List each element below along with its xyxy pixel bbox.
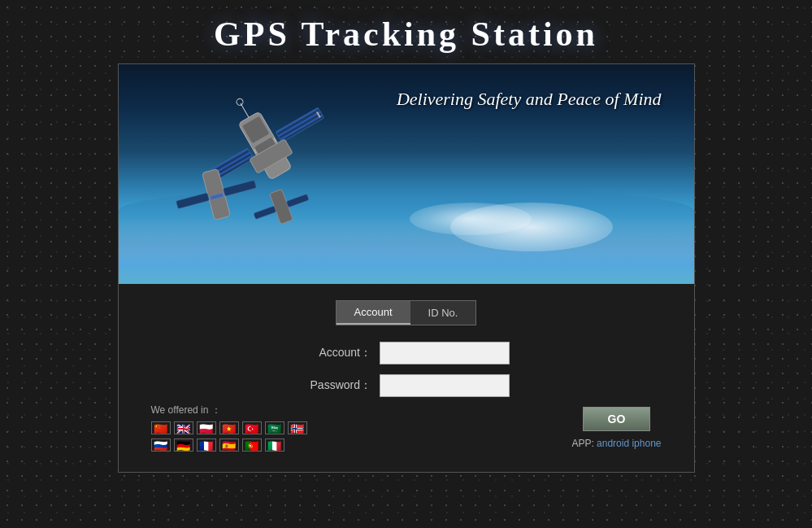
hero-image: Delivering Safety and Peace of Mind bbox=[119, 64, 694, 284]
account-row: Account： bbox=[302, 342, 510, 364]
cloud2 bbox=[410, 203, 532, 235]
password-input[interactable] bbox=[380, 374, 510, 397]
iphone-link[interactable]: iphone bbox=[632, 438, 661, 449]
flag-vn[interactable]: 🇻🇳 bbox=[219, 421, 239, 434]
language-section: We offered in ： 🇨🇳 🇬🇧 🇵🇱 🇻🇳 🇹🇷 🇸🇦 🇳🇴 🇷🇺 … bbox=[151, 404, 307, 452]
satellite-image bbox=[119, 64, 403, 284]
svg-rect-19 bbox=[176, 193, 209, 209]
svg-line-15 bbox=[241, 103, 249, 117]
tab-account[interactable]: Account bbox=[337, 301, 410, 325]
svg-rect-11 bbox=[277, 111, 320, 137]
flags-row-2: 🇷🇺 🇩🇪 🇫🇷 🇪🇸 🇵🇹 🇮🇹 bbox=[151, 439, 307, 452]
app-prefix: APP: bbox=[571, 438, 593, 449]
login-section: Account ID No. Account： Password： We off… bbox=[119, 284, 694, 472]
flag-gb[interactable]: 🇬🇧 bbox=[174, 421, 193, 434]
account-input[interactable] bbox=[380, 342, 510, 364]
tagline: Delivering Safety and Peace of Mind bbox=[397, 89, 662, 110]
svg-rect-20 bbox=[223, 180, 256, 196]
flags-row-1: 🇨🇳 🇬🇧 🇵🇱 🇻🇳 🇹🇷 🇸🇦 🇳🇴 bbox=[151, 421, 307, 434]
svg-rect-23 bbox=[253, 206, 276, 220]
tab-idno[interactable]: ID No. bbox=[410, 301, 476, 325]
flag-pt[interactable]: 🇵🇹 bbox=[242, 439, 262, 452]
tabs-container: Account ID No. bbox=[336, 300, 477, 325]
go-button[interactable]: GO bbox=[583, 407, 651, 431]
page-title: GPS Tracking Station bbox=[214, 15, 598, 54]
android-link[interactable]: android bbox=[597, 438, 629, 449]
flag-es[interactable]: 🇪🇸 bbox=[219, 439, 239, 452]
flag-no[interactable]: 🇳🇴 bbox=[288, 421, 307, 434]
flag-pl[interactable]: 🇵🇱 bbox=[197, 421, 216, 434]
right-section: GO APP: android iphone bbox=[571, 407, 661, 449]
main-panel: Delivering Safety and Peace of Mind Acco… bbox=[118, 63, 695, 473]
svg-point-16 bbox=[235, 98, 244, 107]
login-form: Account： Password： bbox=[151, 342, 662, 397]
password-label: Password： bbox=[302, 378, 371, 393]
app-links: APP: android iphone bbox=[571, 438, 661, 449]
flag-sa[interactable]: 🇸🇦 bbox=[265, 421, 284, 434]
lang-label: We offered in ： bbox=[151, 404, 307, 417]
password-row: Password： bbox=[302, 374, 510, 397]
flag-cn[interactable]: 🇨🇳 bbox=[151, 421, 171, 434]
flag-it[interactable]: 🇮🇹 bbox=[265, 439, 284, 452]
bottom-row: We offered in ： 🇨🇳 🇬🇧 🇵🇱 🇻🇳 🇹🇷 🇸🇦 🇳🇴 🇷🇺 … bbox=[151, 404, 662, 452]
account-label: Account： bbox=[302, 346, 371, 360]
flag-tr[interactable]: 🇹🇷 bbox=[242, 421, 262, 434]
flag-ru[interactable]: 🇷🇺 bbox=[151, 439, 171, 452]
flag-de[interactable]: 🇩🇪 bbox=[174, 439, 193, 452]
flag-fr[interactable]: 🇫🇷 bbox=[197, 439, 216, 452]
svg-rect-24 bbox=[286, 194, 309, 207]
